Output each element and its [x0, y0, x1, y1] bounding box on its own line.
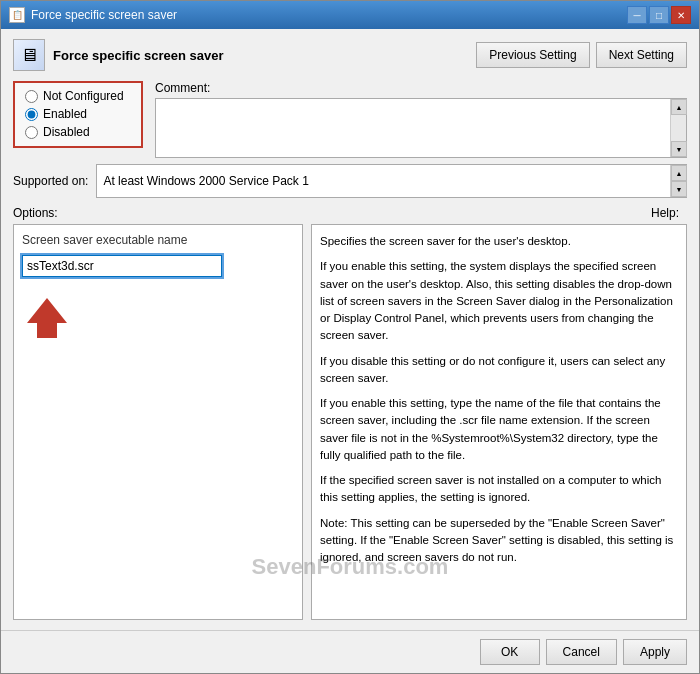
cancel-button[interactable]: Cancel: [546, 639, 617, 665]
close-button[interactable]: ✕: [671, 6, 691, 24]
disabled-option[interactable]: Disabled: [25, 125, 131, 139]
supported-value: At least Windows 2000 Service Pack 1: [97, 165, 670, 197]
window-title: Force specific screen saver: [31, 8, 177, 22]
options-label: Options:: [13, 206, 58, 220]
help-paragraph-4: If the specified screen saver is not ins…: [320, 472, 678, 507]
comment-textarea[interactable]: [156, 99, 670, 157]
help-panel: Specifies the screen saver for the user'…: [311, 224, 687, 620]
title-controls: ─ □ ✕: [627, 6, 691, 24]
disabled-radio[interactable]: [25, 126, 38, 139]
policy-title: Force specific screen saver: [53, 48, 224, 63]
help-paragraph-0: Specifies the screen saver for the user'…: [320, 233, 678, 250]
previous-setting-button[interactable]: Previous Setting: [476, 42, 589, 68]
top-bar-left: 🖥 Force specific screen saver: [13, 39, 224, 71]
top-bar: 🖥 Force specific screen saver Previous S…: [13, 39, 687, 71]
supported-scrollbar: ▲ ▼: [670, 165, 686, 197]
window-icon: 📋: [9, 7, 25, 23]
options-help-row: Options: Help:: [13, 206, 687, 220]
comment-wrapper: ▲ ▼: [155, 98, 687, 158]
enabled-radio[interactable]: [25, 108, 38, 121]
not-configured-option[interactable]: Not Configured: [25, 89, 131, 103]
policy-icon: 🖥: [13, 39, 45, 71]
footer: OK Cancel Apply: [1, 630, 699, 673]
main-panels: Screen saver executable name Specifies t…: [13, 224, 687, 620]
comment-scroll-down[interactable]: ▼: [671, 141, 687, 157]
ok-button[interactable]: OK: [480, 639, 540, 665]
comment-label: Comment:: [155, 81, 687, 95]
comment-scroll-up[interactable]: ▲: [671, 99, 687, 115]
supported-row: Supported on: At least Windows 2000 Serv…: [13, 164, 687, 198]
minimize-button[interactable]: ─: [627, 6, 647, 24]
enabled-option[interactable]: Enabled: [25, 107, 131, 121]
supported-scroll-up[interactable]: ▲: [671, 165, 687, 181]
help-paragraph-3: If you enable this setting, type the nam…: [320, 395, 678, 464]
help-label: Help:: [651, 206, 679, 220]
not-configured-radio[interactable]: [25, 90, 38, 103]
comment-section: Comment: ▲ ▼: [155, 81, 687, 158]
top-buttons: Previous Setting Next Setting: [476, 42, 687, 68]
options-field-label: Screen saver executable name: [22, 233, 294, 247]
help-paragraph-2: If you disable this setting or do not co…: [320, 353, 678, 388]
next-setting-button[interactable]: Next Setting: [596, 42, 687, 68]
enabled-label: Enabled: [43, 107, 87, 121]
svg-marker-0: [27, 298, 67, 338]
screen-saver-input[interactable]: [22, 255, 222, 277]
title-bar: 📋 Force specific screen saver ─ □ ✕: [1, 1, 699, 29]
disabled-label: Disabled: [43, 125, 90, 139]
help-paragraph-5: Note: This setting can be superseded by …: [320, 515, 678, 567]
arrow-up-icon: [22, 293, 72, 343]
radio-comment-row: Not Configured Enabled Disabled Comment:: [13, 81, 687, 158]
help-paragraph-1: If you enable this setting, the system d…: [320, 258, 678, 344]
supported-value-wrapper: At least Windows 2000 Service Pack 1 ▲ ▼: [96, 164, 687, 198]
supported-scroll-down[interactable]: ▼: [671, 181, 687, 197]
main-window: 📋 Force specific screen saver ─ □ ✕ 🖥 Fo…: [0, 0, 700, 674]
arrow-up-container: [22, 293, 72, 343]
apply-button[interactable]: Apply: [623, 639, 687, 665]
title-bar-left: 📋 Force specific screen saver: [9, 7, 177, 23]
not-configured-label: Not Configured: [43, 89, 124, 103]
content-area: 🖥 Force specific screen saver Previous S…: [1, 29, 699, 630]
options-panel: Screen saver executable name: [13, 224, 303, 620]
comment-scrollbar: ▲ ▼: [670, 99, 686, 157]
maximize-button[interactable]: □: [649, 6, 669, 24]
radio-section: Not Configured Enabled Disabled: [13, 81, 143, 148]
supported-label: Supported on:: [13, 164, 88, 198]
